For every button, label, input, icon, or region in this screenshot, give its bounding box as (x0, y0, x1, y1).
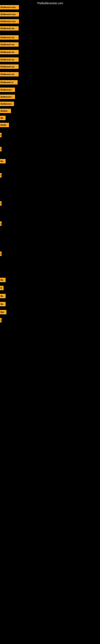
bar-label: Bottleneck res (0, 35, 19, 40)
bar-label: Bottleneck res (0, 50, 19, 54)
bar-item: Bo (0, 116, 6, 120)
bar-label: Bottleneck r (0, 94, 15, 99)
bar-item: Bottleneck resu (0, 19, 19, 24)
bar-item: Bo (0, 159, 6, 164)
bar-label: Bottleneck resu (0, 19, 19, 24)
bar-item: Bottleneck r (0, 88, 15, 92)
bar-item: Bottleneck r (0, 102, 14, 106)
bar-item: Bottleneck res (0, 26, 19, 30)
bar-item: Bottleneck re (0, 80, 18, 84)
bar-label: Bo (0, 116, 6, 120)
bar-label: Bottleneck re (0, 80, 18, 84)
bar-item: Bottleneck resu (0, 12, 19, 16)
bar-item: B (0, 286, 3, 290)
bar-label: B (0, 286, 3, 290)
bar-item: Bottleneck res (0, 72, 19, 76)
bar-label: | (0, 318, 1, 322)
bar-item: Bottleneck res (0, 42, 19, 47)
bar-item: | (0, 222, 1, 226)
bar-item: | (0, 133, 1, 137)
bar-label: Bottleneck r (0, 88, 15, 92)
bar-item: | (0, 173, 1, 178)
bar-label: Bottleneck resu (0, 12, 19, 16)
bar-item: | (0, 201, 1, 206)
bar-item: Bottleneck r (0, 94, 15, 99)
bar-item: Bottleneck resu (0, 5, 19, 10)
bar-item: Bottlen (0, 109, 11, 113)
bar-label: | (0, 222, 1, 226)
bar-label: Bo (0, 278, 6, 282)
bar-label: Bo (0, 302, 6, 306)
bar-label: Bottleneck res (0, 72, 19, 76)
bar-item: Bo (0, 302, 6, 306)
bar-label: Bot (0, 310, 6, 314)
bar-item: | (0, 252, 1, 256)
bar-item: Bottleneck res (0, 57, 19, 62)
bar-item: Bottle (0, 123, 9, 127)
bar-label: Bottleneck r (0, 102, 14, 106)
bar-item: | (0, 147, 1, 151)
bar-item: Bo (0, 278, 6, 282)
bar-label: Bo (0, 294, 6, 298)
bar-label: Bottlen (0, 109, 11, 113)
bar-label: | (0, 173, 1, 178)
bar-item: Bot (0, 310, 6, 314)
bar-label: Bottle (0, 123, 9, 127)
bar-label: Bottleneck resu (0, 5, 19, 10)
bar-item: | (0, 318, 1, 322)
bar-label: | (0, 133, 1, 137)
bar-item: Bottleneck res (0, 64, 19, 69)
bar-item: Bottleneck res (0, 35, 19, 40)
bar-item: Bottleneck res (0, 50, 19, 54)
bar-item: Bo (0, 294, 6, 298)
bar-label: | (0, 147, 1, 151)
bar-label: Bottleneck res (0, 26, 19, 30)
bar-label: | (0, 201, 1, 206)
bar-label: Bottleneck res (0, 42, 19, 47)
bar-label: Bottleneck res (0, 57, 19, 62)
bar-label: | (0, 252, 1, 256)
bar-label: Bottleneck res (0, 64, 19, 69)
bar-label: Bo (0, 159, 6, 164)
